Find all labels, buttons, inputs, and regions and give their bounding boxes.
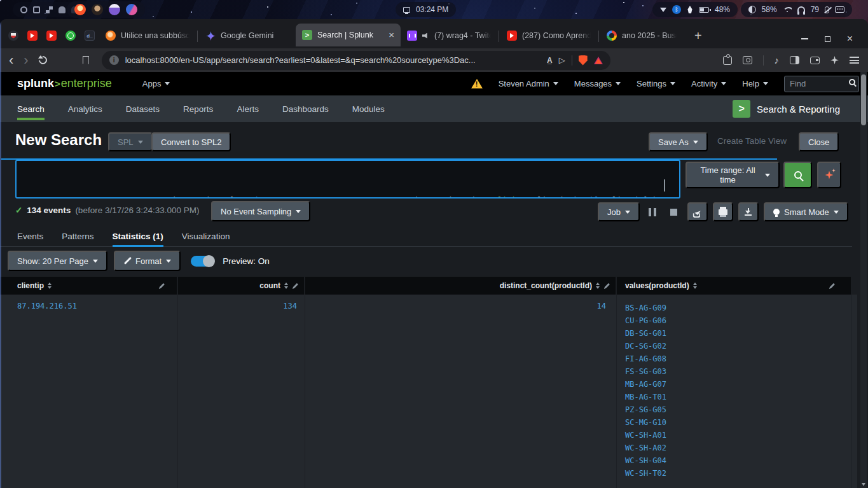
close-button[interactable]: Close [799,132,839,151]
preview-toggle[interactable] [191,256,214,267]
settings-menu[interactable]: Settings [637,79,675,88]
leo-ai-icon[interactable] [830,56,839,64]
close-window-button[interactable]: × [847,36,853,42]
audio-playing-icon[interactable] [422,33,429,39]
wallet-icon[interactable] [810,57,820,64]
browser-tab[interactable]: Utilice una subbúsqu [99,25,196,46]
pinned-tab[interactable] [80,25,99,46]
minimize-button[interactable] [801,38,808,39]
forward-button[interactable]: › [24,54,28,67]
help-menu[interactable]: Help [742,79,768,88]
column-header-clientip[interactable]: clientip [0,277,178,295]
nav-item-alerts[interactable]: Alerts [237,95,259,122]
sort-icon[interactable] [48,282,52,289]
value-item[interactable]: MB-AG-G07 [625,378,851,391]
edit-column-icon[interactable] [829,282,836,289]
value-item[interactable]: CU-PG-G06 [625,314,851,327]
warning-icon[interactable] [471,79,483,88]
new-tab-button[interactable]: + [694,29,702,43]
restore-button[interactable] [825,36,830,42]
extensions-icon[interactable] [723,56,732,65]
sort-icon[interactable] [693,282,697,289]
sort-icon[interactable] [596,282,600,289]
create-table-view-button[interactable]: Create Table View [717,136,787,146]
activity-menu[interactable]: Activity [691,79,726,88]
pinned-tab-whatsapp[interactable] [61,25,80,46]
browser-tab-youtube[interactable]: (287) Como Aprende [500,25,597,46]
run-search-button[interactable] [783,162,812,188]
value-item[interactable]: DB-SG-G01 [625,327,851,340]
browser-tab-twitch[interactable]: (7) wrag4 - Twitc [401,25,497,46]
value-item[interactable]: BS-AG-G09 [625,302,851,314]
event-sampling-button[interactable]: No Event Sampling [211,201,310,221]
brave-dock-icon[interactable] [74,4,86,15]
cell-clientip[interactable]: 87.194.216.51 [0,295,178,488]
time-range-picker[interactable]: Time range: All time [685,162,780,188]
status-tray-1[interactable]: ᛒ 48% [652,2,738,17]
tab-close-icon[interactable]: × [389,31,394,39]
nav-item-reports[interactable]: Reports [183,95,213,122]
cell-count[interactable]: 134 [178,295,305,488]
scroll-down-arrow-icon[interactable] [862,483,865,486]
value-item[interactable]: WC-SH-T02 [625,467,851,480]
tab-visualization[interactable]: Visualization [182,226,230,246]
save-as-button[interactable]: Save As [649,132,708,151]
format-button[interactable]: Format [114,251,181,271]
expand-search-chevron-icon[interactable] [664,179,665,191]
files-icon[interactable] [33,6,40,13]
share-job-button[interactable] [687,202,708,221]
page-scrollbar[interactable] [860,72,867,488]
nav-item-dashboards[interactable]: Dashboards [282,95,329,122]
search-query-input[interactable]: sourcetype=access_* status=200 action=pu… [15,160,680,199]
edit-column-icon[interactable] [603,282,610,289]
dock-app-icon[interactable] [126,4,137,15]
search-page-icon[interactable] [743,56,752,64]
tab-patterns[interactable]: Patterns [62,226,93,246]
spl-mode-button[interactable]: SPL [108,132,153,151]
value-item[interactable]: SC-MG-G10 [625,416,851,429]
column-header-distinct-count[interactable]: distinct_count(productId) [305,277,617,295]
reload-button[interactable] [37,54,48,66]
dock-app-icon[interactable] [109,4,120,15]
search-icon[interactable] [849,79,855,85]
url-bar[interactable]: i localhost:8000/en-US/app/search/search… [102,51,610,70]
url-text[interactable]: localhost:8000/en-US/app/search/search?e… [125,55,541,65]
status-tray-2[interactable]: 58% 79 [741,2,852,17]
find-input[interactable] [784,76,859,92]
translate-icon[interactable]: A̲ [547,56,553,65]
pinned-tab-youtube[interactable] [42,25,61,46]
tab-statistics[interactable]: Statistics (1) [113,226,163,246]
site-info-icon[interactable]: i [109,55,119,65]
browser-tab-gemini[interactable]: Google Gemini [199,25,296,46]
value-item[interactable]: WC-SH-A02 [625,442,851,454]
value-item[interactable]: FS-SG-G03 [625,365,851,378]
nav-item-search[interactable]: Search [17,95,45,122]
convert-to-spl2-button[interactable]: Convert to SPL2 [151,132,231,151]
value-item[interactable]: FI-AG-G08 [625,352,851,365]
edit-column-icon[interactable] [158,282,165,289]
ai-assistant-button[interactable] [817,162,841,188]
dock-app-icon[interactable] [92,4,103,15]
user-menu[interactable]: Steven Admin [499,79,558,88]
search-mode-button[interactable]: Smart Mode [764,202,848,221]
pinned-tab-youtube[interactable] [23,25,42,46]
apps-menu[interactable]: Apps [142,79,170,88]
tab-events[interactable]: Events [17,226,43,246]
media-icon[interactable]: ♪ [775,55,780,66]
value-item[interactable]: DC-SG-G02 [625,340,851,352]
workspaces-icon[interactable] [46,6,53,13]
sort-icon[interactable] [284,282,288,289]
nav-item-modules[interactable]: Modules [352,95,385,122]
nav-item-datasets[interactable]: Datasets [126,95,160,122]
per-page-button[interactable]: Show: 20 Per Page [8,251,107,271]
cell-distinct-count[interactable]: 14 [305,295,617,488]
events-count[interactable]: 134 events [27,206,71,215]
column-header-values[interactable]: values(productId) [617,277,852,295]
value-item[interactable]: WC-SH-G04 [625,454,851,467]
job-menu-button[interactable]: Job [598,202,640,221]
app-icon[interactable] [59,6,65,13]
messages-menu[interactable]: Messages [574,79,621,88]
export-button[interactable] [738,202,759,221]
value-item[interactable]: MB-AG-T01 [625,391,851,403]
value-item[interactable]: PZ-SG-G05 [625,403,851,416]
